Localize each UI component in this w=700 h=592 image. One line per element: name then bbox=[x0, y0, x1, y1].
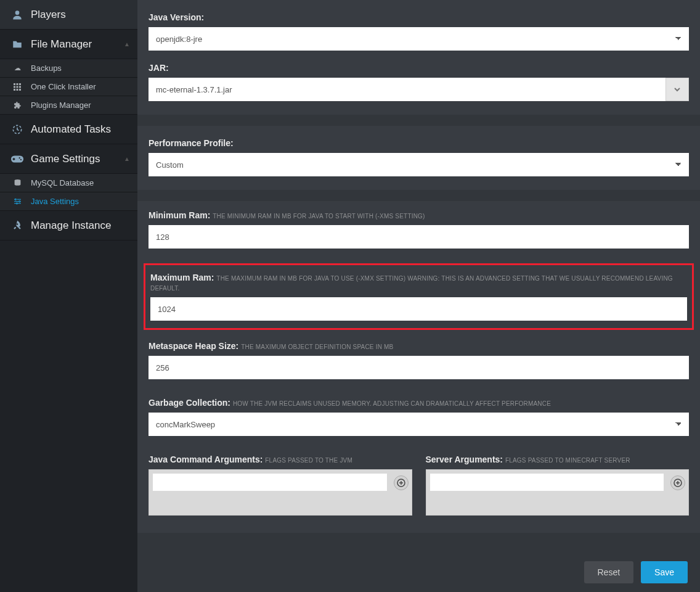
server-args-label: Server Arguments: FLAGS PASSED TO MINECR… bbox=[426, 454, 690, 464]
nav-oneclick[interactable]: One Click Installer bbox=[0, 78, 137, 96]
gamepad-icon bbox=[7, 154, 27, 164]
server-args-add-button[interactable] bbox=[670, 475, 685, 490]
nav-java-settings[interactable]: Java Settings bbox=[0, 192, 137, 211]
svg-rect-9 bbox=[19, 89, 21, 91]
jar-label: JAR: bbox=[149, 63, 689, 73]
java-args-input[interactable] bbox=[153, 474, 387, 491]
min-ram-label: Minimum Ram: THE MINIMUM RAM IN MB FOR J… bbox=[149, 210, 689, 220]
nav-game-settings-label: Game Settings bbox=[31, 153, 100, 165]
svg-rect-7 bbox=[14, 89, 15, 91]
nav-manage-instance[interactable]: Manage Instance bbox=[0, 211, 137, 240]
svg-point-0 bbox=[15, 10, 20, 15]
gc-select[interactable]: concMarkSweep bbox=[149, 413, 689, 436]
svg-rect-3 bbox=[19, 83, 21, 85]
perf-profile-select[interactable]: Custom bbox=[149, 153, 689, 176]
min-ram-desc: THE MINIMUM RAM IN MB FOR JAVA TO START … bbox=[213, 213, 425, 220]
metaspace-input[interactable] bbox=[149, 356, 689, 379]
section-ram-gc: Minimum Ram: THE MINIMUM RAM IN MB FOR J… bbox=[137, 201, 700, 533]
player-icon bbox=[7, 9, 27, 21]
svg-rect-4 bbox=[14, 86, 15, 88]
nav-backups-label: Backups bbox=[31, 64, 62, 73]
database-icon bbox=[7, 179, 27, 187]
max-ram-desc: THE MAXIMUM RAM IN MB FOR JAVA TO USE (-… bbox=[150, 275, 673, 292]
max-ram-input[interactable] bbox=[150, 297, 687, 321]
save-button[interactable]: Save bbox=[641, 561, 688, 583]
nav-plugins[interactable]: Plugins Manager bbox=[0, 96, 137, 115]
sliders-icon bbox=[7, 197, 27, 205]
grid-icon bbox=[7, 83, 27, 91]
svg-rect-8 bbox=[17, 89, 18, 91]
nav-players[interactable]: Players bbox=[0, 0, 137, 30]
nav-backups[interactable]: ☁ Backups bbox=[0, 59, 137, 78]
main-panel: Java Version: openjdk:8-jre JAR: Perform… bbox=[137, 0, 700, 592]
java-version-label: Java Version: bbox=[149, 12, 689, 22]
svg-point-17 bbox=[15, 199, 16, 200]
svg-rect-1 bbox=[14, 83, 15, 85]
metaspace-label: Metaspace Heap Size: THE MAXIMUM OBJECT … bbox=[149, 341, 689, 351]
min-ram-input[interactable] bbox=[149, 225, 689, 249]
nav-game-settings[interactable]: Game Settings ▲ bbox=[0, 144, 137, 174]
svg-rect-2 bbox=[17, 83, 18, 85]
reset-button[interactable]: Reset bbox=[584, 561, 634, 583]
nav-java-settings-label: Java Settings bbox=[31, 197, 79, 206]
nav-file-manager-label: File Manager bbox=[31, 38, 92, 51]
nav-plugins-label: Plugins Manager bbox=[31, 101, 91, 110]
nav-players-label: Players bbox=[31, 9, 66, 21]
button-bar: Reset Save bbox=[137, 550, 700, 592]
server-args-input[interactable] bbox=[430, 474, 664, 491]
nav-manage-instance-label: Manage Instance bbox=[31, 220, 111, 232]
section-java-jar: Java Version: openjdk:8-jre JAR: bbox=[137, 0, 700, 115]
nav-file-manager[interactable]: File Manager ▲ bbox=[0, 30, 137, 59]
gc-label: Garbage Collection: HOW THE JVM RECLAIMS… bbox=[149, 398, 689, 408]
svg-rect-5 bbox=[17, 86, 18, 88]
java-args-add-button[interactable] bbox=[394, 475, 409, 490]
cloud-icon: ☁ bbox=[7, 64, 27, 72]
sidebar: Players File Manager ▲ ☁ Backups One Cli… bbox=[0, 0, 137, 592]
jar-input[interactable] bbox=[149, 78, 689, 101]
caret-up-icon: ▲ bbox=[124, 41, 130, 47]
gc-desc: HOW THE JVM RECLAIMS UNUSED MEMORY. ADJU… bbox=[233, 400, 551, 407]
automation-icon bbox=[7, 123, 27, 136]
svg-rect-6 bbox=[19, 86, 21, 88]
rocket-icon bbox=[7, 220, 27, 232]
java-args-box bbox=[149, 469, 412, 516]
perf-profile-label: Performance Profile: bbox=[149, 138, 689, 148]
folder-icon bbox=[7, 39, 27, 50]
section-performance: Performance Profile: Custom bbox=[137, 126, 700, 190]
nav-mysql[interactable]: MySQL Database bbox=[0, 174, 137, 192]
nav-mysql-label: MySQL Database bbox=[31, 178, 94, 187]
max-ram-highlight: Maximum Ram: THE MAXIMUM RAM IN MB FOR J… bbox=[144, 263, 694, 330]
java-args-desc: FLAGS PASSED TO THE JVM bbox=[265, 457, 352, 464]
jar-dropdown-button[interactable] bbox=[665, 78, 689, 101]
java-version-select[interactable]: openjdk:8-jre bbox=[149, 27, 689, 51]
nav-automated-tasks-label: Automated Tasks bbox=[31, 123, 111, 136]
server-args-desc: FLAGS PASSED TO MINECRAFT SERVER bbox=[505, 457, 630, 464]
svg-point-26 bbox=[17, 223, 18, 225]
svg-rect-13 bbox=[13, 158, 15, 160]
caret-up-icon: ▲ bbox=[124, 155, 130, 162]
nav-automated-tasks[interactable]: Automated Tasks bbox=[0, 115, 137, 144]
max-ram-label: Maximum Ram: THE MAXIMUM RAM IN MB FOR J… bbox=[150, 273, 687, 292]
svg-point-15 bbox=[20, 158, 22, 160]
server-args-box bbox=[426, 469, 690, 516]
java-args-label: Java Command Arguments: FLAGS PASSED TO … bbox=[149, 454, 412, 464]
svg-point-14 bbox=[19, 157, 20, 158]
puzzle-icon bbox=[7, 101, 27, 109]
svg-point-20 bbox=[18, 200, 20, 202]
svg-point-23 bbox=[16, 203, 17, 204]
nav-oneclick-label: One Click Installer bbox=[31, 82, 96, 91]
metaspace-desc: THE MAXIMUM OBJECT DEFINITION SPACE IN M… bbox=[241, 343, 393, 350]
